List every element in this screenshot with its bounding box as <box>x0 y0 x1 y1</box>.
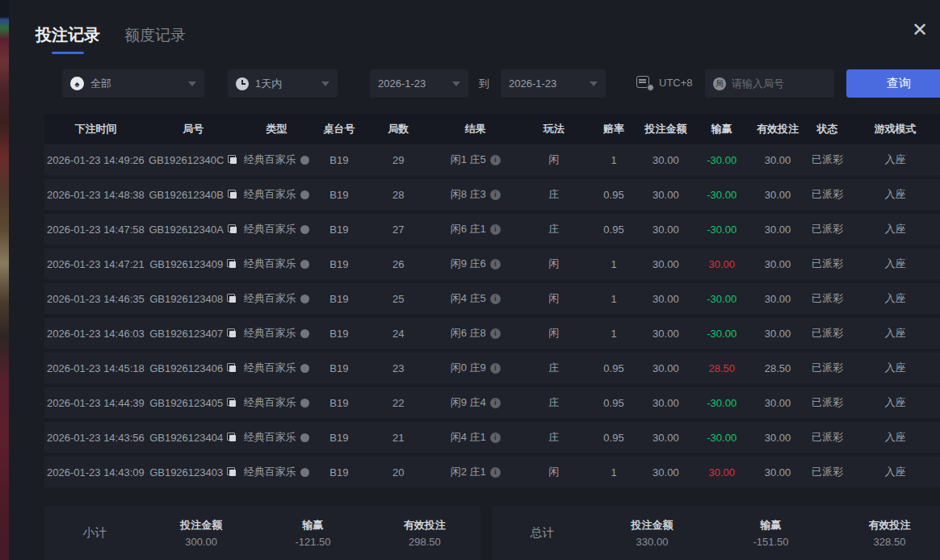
game-type-value: 全部 <box>90 77 111 91</box>
time-range-dropdown[interactable]: 1天内 <box>228 69 338 98</box>
info-icon[interactable]: i <box>490 398 501 408</box>
search-button[interactable]: 查询 <box>846 69 940 98</box>
cell-table-no: B19 <box>313 328 365 340</box>
cell-odds: 0.95 <box>588 189 639 201</box>
copy-icon[interactable] <box>227 467 237 477</box>
cell-round-id: GB192612340A <box>147 224 240 236</box>
cell-shoe-no: 25 <box>365 293 431 305</box>
cell-game-type: 经典百家乐 <box>240 187 313 202</box>
cell-bet-amount: 30.00 <box>640 362 692 374</box>
cell-table-no: B19 <box>313 293 365 305</box>
info-icon[interactable]: i <box>490 224 501 235</box>
bet-amount-value: 330.00 <box>636 536 669 548</box>
cell-round-id: GB1926123409 <box>147 258 240 270</box>
cell-game-mode: 入座 <box>850 326 940 341</box>
cell-game-mode: 入座 <box>850 187 940 202</box>
info-icon[interactable]: i <box>490 328 501 339</box>
total-panel: 总计 投注金额 330.00 输赢 -151.50 有效投注 328.50 <box>492 506 940 560</box>
winloss-label: 输赢 <box>761 518 782 533</box>
copy-icon[interactable] <box>228 155 237 165</box>
copy-icon[interactable] <box>227 294 237 303</box>
cell-bet-amount: 30.00 <box>640 224 692 236</box>
close-icon[interactable]: ✕ <box>906 16 934 44</box>
cell-play: 庄 <box>519 187 588 202</box>
date-from-dropdown[interactable]: 2026-1-23 <box>370 69 468 98</box>
cell-odds: 0.95 <box>588 362 639 374</box>
col-result: 结果 <box>431 122 519 136</box>
cell-game-type: 经典百家乐 <box>240 395 313 410</box>
copy-icon[interactable] <box>227 363 237 373</box>
date-to-dropdown[interactable]: 2026-1-23 <box>501 69 606 98</box>
cell-result: 闲9 庄4 i <box>431 395 519 410</box>
cell-valid-bet: 30.00 <box>751 466 804 479</box>
cell-bet-time: 2026-01-23 14:47:58 <box>44 224 147 236</box>
cell-table-no: B19 <box>313 224 365 236</box>
table-row: 2026-01-23 14:49:26 GB192612340C 经典百家乐 B… <box>44 144 940 175</box>
cell-winloss: 30.00 <box>692 258 751 270</box>
cell-bet-time: 2026-01-23 14:45:18 <box>44 362 147 374</box>
col-valid-bet: 有效投注 <box>751 122 804 136</box>
cell-game-type: 经典百家乐 <box>240 222 313 236</box>
type-dot-icon <box>300 399 309 407</box>
cell-game-mode: 入座 <box>850 465 940 479</box>
info-icon[interactable]: i <box>490 155 501 165</box>
cell-status: 已派彩 <box>804 361 850 375</box>
cell-valid-bet: 30.00 <box>751 189 804 201</box>
copy-icon[interactable] <box>228 190 237 199</box>
col-odds: 赔率 <box>588 122 639 136</box>
cell-status: 已派彩 <box>804 257 850 271</box>
calendar-clock-icon[interactable] <box>636 75 653 90</box>
copy-icon[interactable] <box>227 433 237 442</box>
info-icon[interactable]: i <box>490 294 501 304</box>
table-body: 2026-01-23 14:49:26 GB192612340C 经典百家乐 B… <box>44 144 940 487</box>
records-table: 下注时间 局号 类型 桌台号 局数 结果 玩法 赔率 投注金额 输赢 有效投注 … <box>44 114 940 491</box>
cell-valid-bet: 30.00 <box>751 154 804 166</box>
cell-play: 闲 <box>519 153 588 167</box>
cell-round-id: GB1926123408 <box>147 293 240 305</box>
cell-shoe-no: 24 <box>365 328 431 340</box>
cell-game-mode: 入座 <box>850 430 940 445</box>
info-icon[interactable]: i <box>490 363 501 374</box>
chevron-down-icon <box>590 81 598 86</box>
round-number-input[interactable]: 局 请输入局号 <box>705 69 834 98</box>
cell-bet-amount: 30.00 <box>640 258 692 270</box>
cell-play: 庄 <box>519 430 588 445</box>
tab-bar: 投注记录 额度记录 <box>36 24 186 54</box>
cell-play: 闲 <box>519 465 588 479</box>
cell-play: 闲 <box>519 257 588 271</box>
cell-status: 已派彩 <box>804 465 850 479</box>
info-icon[interactable]: i <box>490 467 501 478</box>
cell-round-id: GB192612340B <box>147 189 240 201</box>
copy-icon[interactable] <box>227 259 237 269</box>
tab-quota-records[interactable]: 额度记录 <box>124 25 186 54</box>
subtotal-bet: 投注金额 300.00 <box>145 518 257 548</box>
cell-table-no: B19 <box>313 189 365 201</box>
subtotal-panel: 小计 投注金额 300.00 输赢 -121.50 有效投注 298.50 <box>44 506 480 560</box>
round-input-placeholder: 请输入局号 <box>732 77 784 91</box>
tab-label: 额度记录 <box>124 27 186 44</box>
chevron-down-icon <box>188 81 196 86</box>
table-row: 2026-01-23 14:43:56 GB1926123404 经典百家乐 B… <box>44 422 940 453</box>
col-status: 状态 <box>804 122 850 136</box>
cell-status: 已派彩 <box>804 187 850 202</box>
table-row: 2026-01-23 14:47:21 GB1926123409 经典百家乐 B… <box>44 249 940 279</box>
cell-game-type: 经典百家乐 <box>240 291 313 306</box>
cell-winloss: 28.50 <box>692 362 751 374</box>
cell-game-type: 经典百家乐 <box>240 153 313 167</box>
info-icon[interactable]: i <box>490 259 501 270</box>
copy-icon[interactable] <box>227 398 237 407</box>
info-icon[interactable]: i <box>490 433 501 443</box>
table-row: 2026-01-23 14:43:09 GB1926123403 经典百家乐 B… <box>44 457 940 487</box>
copy-icon[interactable] <box>228 224 237 234</box>
cell-status: 已派彩 <box>804 291 850 306</box>
game-type-dropdown[interactable]: ♠ 全部 <box>62 69 204 98</box>
info-icon[interactable]: i <box>490 190 501 200</box>
cell-bet-time: 2026-01-23 14:49:26 <box>44 154 147 166</box>
chevron-down-icon <box>452 81 460 86</box>
cell-table-no: B19 <box>313 466 365 479</box>
cell-round-id: GB1926123406 <box>147 362 240 374</box>
copy-icon[interactable] <box>227 328 237 338</box>
bet-amount-label: 投注金额 <box>632 518 674 533</box>
cell-game-mode: 入座 <box>850 361 940 375</box>
tab-betting-records[interactable]: 投注记录 <box>36 24 100 54</box>
